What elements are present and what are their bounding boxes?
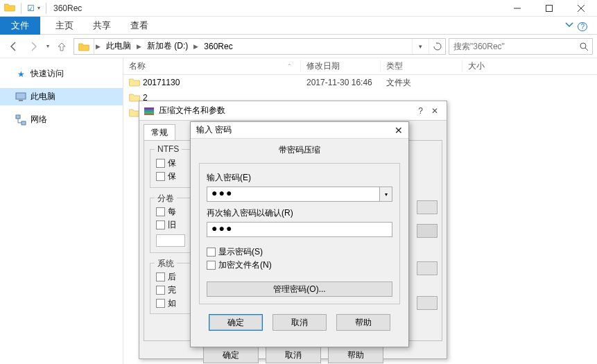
svg-rect-12 <box>144 110 154 112</box>
help-icon[interactable]: ? <box>418 106 423 116</box>
rar-side-button[interactable] <box>417 296 438 310</box>
qat-checkbox-icon[interactable]: ☑ <box>27 3 35 13</box>
ntfs-opt1[interactable]: 保 <box>156 157 185 170</box>
show-password-label: 显示密码(S) <box>218 246 263 258</box>
password-groupbox: 输入密码(E) ●●● ▾ 再次输入密码以确认(R) ●●● 显示密码(S) 加… <box>199 163 400 304</box>
nav-label: 此电脑 <box>31 91 55 103</box>
password-caption: 带密码压缩 <box>191 139 408 162</box>
window-controls <box>501 0 597 17</box>
address-bar[interactable]: ▶ 此电脑 ▶ 新加卷 (D:) ▶ 360Rec ▾ <box>73 38 446 55</box>
volume-groupbox: 分卷 每 旧 <box>150 198 191 253</box>
volume-size-input[interactable] <box>156 234 185 247</box>
winrar-icon <box>144 105 155 116</box>
enter-password-label: 输入密码(E) <box>207 172 392 184</box>
tab-view[interactable]: 查看 <box>121 17 158 35</box>
sys-opt3[interactable]: 如 <box>156 297 185 310</box>
dialog-title: 压缩文件名和参数 <box>159 105 225 116</box>
checkbox-icon <box>156 220 165 229</box>
crumb-sep-icon: ▶ <box>135 43 143 50</box>
checkbox-icon <box>156 207 165 216</box>
rar-help-button[interactable]: 帮助 <box>328 347 383 363</box>
dialog-titlebar: 压缩文件名和参数 ? ✕ <box>139 101 447 121</box>
show-password-checkbox[interactable]: 显示密码(S) <box>207 245 392 259</box>
breadcrumb-folder[interactable]: 360Rec <box>200 39 236 54</box>
column-size[interactable]: 大小 <box>462 60 504 72</box>
rar-tab-general[interactable]: 常规 <box>144 124 175 141</box>
history-dropdown[interactable]: ▾ <box>43 37 53 55</box>
close-icon[interactable]: ✕ <box>431 106 438 116</box>
column-name[interactable]: 名称 ⌃ <box>123 60 301 72</box>
up-button[interactable] <box>53 37 71 55</box>
encrypt-filenames-label: 加密文件名(N) <box>218 259 272 271</box>
folder-icon <box>129 77 140 88</box>
network-icon <box>15 114 26 125</box>
svg-rect-9 <box>21 121 26 125</box>
rar-side-button[interactable] <box>417 200 438 214</box>
sort-indicator-icon: ⌃ <box>287 63 295 69</box>
ok-button[interactable]: 确定 <box>209 314 263 331</box>
sys-opt1[interactable]: 后 <box>156 270 185 284</box>
help-button[interactable]: 帮助 <box>336 314 390 331</box>
address-folder-icon[interactable] <box>74 39 94 54</box>
nav-network[interactable]: 网络 <box>0 111 123 128</box>
rar-ok-button[interactable]: 确定 <box>203 347 259 363</box>
quick-access-toolbar: ☑ ▾ <box>0 2 49 14</box>
password-history-dropdown[interactable]: ▾ <box>380 187 392 202</box>
breadcrumb-thispc[interactable]: 此电脑 <box>102 39 135 54</box>
nav-this-pc[interactable]: 此电脑 <box>0 88 123 105</box>
vol-opt2[interactable]: 旧 <box>156 218 185 232</box>
back-button[interactable] <box>4 37 24 55</box>
rar-cancel-button[interactable]: 取消 <box>266 347 321 363</box>
column-date[interactable]: 修改日期 <box>301 60 381 72</box>
ribbon-collapse-icon[interactable]: ? <box>564 19 597 31</box>
svg-line-5 <box>585 48 588 51</box>
tab-file[interactable]: 文件 <box>0 17 40 35</box>
cancel-button[interactable]: 取消 <box>272 314 327 331</box>
tab-share[interactable]: 共享 <box>83 17 121 35</box>
checkbox-icon <box>156 172 165 181</box>
search-input[interactable] <box>449 42 576 51</box>
column-headers: 名称 ⌃ 修改日期 类型 大小 <box>123 58 597 75</box>
search-box[interactable] <box>449 38 593 55</box>
crumb-sep-icon: ▶ <box>94 43 102 50</box>
password-confirm-input[interactable]: ●●● <box>207 222 392 237</box>
vol-opt1[interactable]: 每 <box>156 205 185 218</box>
encrypt-filenames-checkbox[interactable]: 加密文件名(N) <box>207 259 392 272</box>
app-folder-icon <box>4 2 15 14</box>
password-dialog-titlebar: 输入 密码 ✕ <box>191 122 408 139</box>
sys-opt2[interactable]: 完 <box>156 284 185 297</box>
close-icon[interactable]: ✕ <box>395 125 403 136</box>
checkbox-icon <box>156 286 165 295</box>
svg-rect-7 <box>19 100 23 101</box>
password-dialog: 输入 密码 ✕ 带密码压缩 输入密码(E) ●●● ▾ 再次输入密码以确认(R)… <box>190 121 409 347</box>
address-dropdown-icon[interactable]: ▾ <box>412 39 429 54</box>
refresh-icon[interactable] <box>429 39 445 54</box>
qat-dropdown-icon[interactable]: ▾ <box>37 5 40 11</box>
column-type[interactable]: 类型 <box>381 60 462 72</box>
close-button[interactable] <box>565 0 597 17</box>
list-item[interactable]: 20171130 2017-11-30 16:46 文件夹 <box>123 75 597 90</box>
checkbox-icon <box>156 159 165 168</box>
svg-rect-13 <box>144 112 154 114</box>
forward-button[interactable] <box>24 37 43 55</box>
svg-rect-11 <box>144 107 154 110</box>
checkbox-icon <box>207 248 216 257</box>
monitor-icon <box>15 92 26 103</box>
rar-side-button[interactable] <box>417 261 438 275</box>
rar-side-button[interactable] <box>417 224 438 238</box>
svg-rect-1 <box>546 5 553 11</box>
tab-home[interactable]: 主页 <box>46 17 83 35</box>
search-icon[interactable] <box>576 42 592 51</box>
nav-quick-access[interactable]: ★ 快速访问 <box>0 65 123 83</box>
system-groupbox: 系统 后 完 如 <box>150 263 191 314</box>
qat-separator <box>46 3 46 14</box>
qat-separator <box>21 3 21 14</box>
minimize-button[interactable] <box>501 0 533 17</box>
crumb-sep-icon: ▶ <box>192 43 200 50</box>
manage-passwords-button[interactable]: 管理密码(O)... <box>207 281 392 297</box>
password-input[interactable]: ●●● <box>207 187 380 202</box>
ntfs-opt2[interactable]: 保 <box>156 170 185 183</box>
breadcrumb-drive[interactable]: 新加卷 (D:) <box>143 39 192 54</box>
maximize-button[interactable] <box>533 0 565 17</box>
navigation-bar: ▾ ▶ 此电脑 ▶ 新加卷 (D:) ▶ 360Rec ▾ <box>0 35 597 58</box>
